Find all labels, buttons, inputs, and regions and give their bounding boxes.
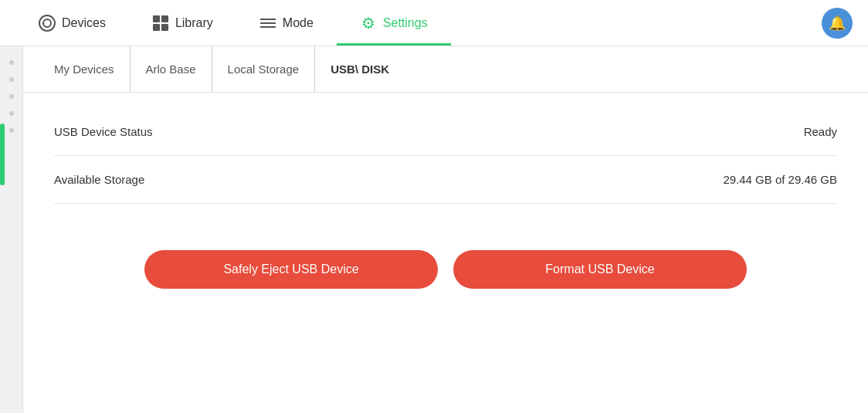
mode-icon: [259, 15, 276, 32]
usb-status-value: Ready: [804, 125, 837, 138]
nav-item-library[interactable]: Library: [129, 0, 236, 46]
sidebar-dot-2: [9, 77, 14, 82]
top-navigation: Devices Library Mode ⚙ Settings 🔔: [0, 0, 868, 46]
sidebar-active-indicator: [0, 124, 5, 185]
sidebar-dot-4: [9, 111, 14, 116]
safely-eject-button[interactable]: Safely Eject USB Device: [144, 250, 438, 289]
sidebar-dot-3: [9, 94, 14, 99]
sidebar-dot-5: [9, 128, 14, 133]
available-storage-label: Available Storage: [54, 173, 144, 186]
nav-mode-label: Mode: [283, 16, 314, 30]
nav-item-settings[interactable]: ⚙ Settings: [337, 0, 451, 46]
content-body: USB Device Status Ready Available Storag…: [23, 93, 868, 219]
nav-item-devices[interactable]: Devices: [15, 0, 129, 46]
tab-usb-disk[interactable]: USB\ DISK: [315, 46, 405, 92]
tabs-container: My Devices Arlo Base Local Storage USB\ …: [23, 46, 868, 93]
main-layout: My Devices Arlo Base Local Storage USB\ …: [0, 46, 868, 413]
nav-devices-label: Devices: [62, 16, 106, 30]
format-usb-button[interactable]: Format USB Device: [453, 250, 747, 289]
tab-local-storage[interactable]: Local Storage: [212, 46, 316, 92]
tab-arlo-base[interactable]: Arlo Base: [131, 46, 212, 92]
nav-settings-label: Settings: [383, 16, 428, 30]
action-buttons-container: Safely Eject USB Device Format USB Devic…: [23, 219, 868, 304]
usb-status-row: USB Device Status Ready: [54, 108, 837, 156]
usb-status-label: USB Device Status: [54, 125, 153, 138]
content-area: My Devices Arlo Base Local Storage USB\ …: [23, 46, 868, 413]
settings-icon: ⚙: [360, 15, 377, 32]
sidebar-dot-1: [9, 60, 14, 65]
bell-icon: 🔔: [829, 15, 846, 32]
nav-item-mode[interactable]: Mode: [236, 0, 337, 46]
available-storage-value: 29.44 GB of 29.46 GB: [723, 173, 837, 186]
library-icon: [152, 15, 169, 32]
notification-button[interactable]: 🔔: [822, 8, 853, 39]
tab-my-devices[interactable]: My Devices: [54, 46, 131, 92]
available-storage-row: Available Storage 29.44 GB of 29.46 GB: [54, 156, 837, 204]
devices-icon: [39, 15, 56, 32]
nav-library-label: Library: [175, 16, 213, 30]
sidebar: [0, 46, 23, 413]
